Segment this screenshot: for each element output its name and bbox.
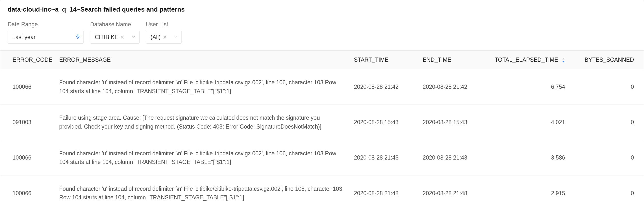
bytes-scanned-cell: 0 <box>570 140 639 175</box>
end-time-cell: 2020-08-28 21:43 <box>418 140 486 175</box>
close-icon[interactable]: ✕ <box>162 35 167 40</box>
col-total-elapsed-time-label: TOTAL_ELAPSED_TIME <box>495 57 558 63</box>
chevron-down-icon <box>132 34 136 41</box>
percentage-scan-cell <box>639 105 644 140</box>
total-elapsed-cell: 2,915 <box>486 175 570 207</box>
user-list-select[interactable]: (All) ✕ <box>146 31 182 44</box>
total-elapsed-cell: 3,586 <box>486 140 570 175</box>
svg-marker-1 <box>562 61 565 62</box>
end-time-cell: 2020-08-28 21:42 <box>418 69 486 105</box>
table-body: 100066Found character 'u' instead of rec… <box>0 69 644 207</box>
bytes-scanned-cell: 0 <box>570 69 639 105</box>
date-range-control <box>8 31 84 44</box>
start-time-cell: 2020-08-28 21:43 <box>349 140 418 175</box>
error-code-cell: 100066 <box>0 175 54 207</box>
filters-row: Date Range Database Name CITIBIKE ✕ <box>0 16 644 50</box>
results-table: ERROR_CODE ERROR_MESSAGE START_TIME END_… <box>0 50 644 207</box>
end-time-cell: 2020-08-28 15:43 <box>418 105 486 140</box>
col-error-message[interactable]: ERROR_MESSAGE <box>54 51 349 69</box>
bytes-scanned-cell: 0 <box>570 175 639 207</box>
filter-date-range-label: Date Range <box>8 21 84 28</box>
bytes-scanned-cell: 0 <box>570 105 639 140</box>
start-time-cell: 2020-08-28 21:42 <box>349 69 418 105</box>
sort-descending-icon <box>562 58 565 62</box>
user-list-chip: (All) ✕ <box>150 34 168 41</box>
error-code-cell: 100066 <box>0 140 54 175</box>
filter-user-list: User List (All) ✕ <box>146 21 182 44</box>
chevron-down-icon <box>174 34 178 41</box>
database-name-select[interactable]: CITIBIKE ✕ <box>90 31 140 44</box>
percentage-scan-cell <box>639 69 644 105</box>
user-list-chip-text: (All) <box>150 34 161 41</box>
error-message-cell: Failure using stage area. Cause: [The re… <box>54 105 349 140</box>
col-percentage-scan[interactable]: PERCENTAGE_SCAN <box>639 51 644 69</box>
table-row[interactable]: 100066Found character 'u' instead of rec… <box>0 175 644 207</box>
svg-marker-0 <box>562 58 565 60</box>
lightning-icon <box>75 34 80 41</box>
database-name-chip: CITIBIKE ✕ <box>94 34 126 41</box>
close-icon[interactable]: ✕ <box>120 35 124 40</box>
date-range-refresh-button[interactable] <box>72 31 84 43</box>
percentage-scan-cell <box>639 140 644 175</box>
end-time-cell: 2020-08-28 21:48 <box>418 175 486 207</box>
table-row[interactable]: 091003Failure using stage area. Cause: [… <box>0 105 644 140</box>
filter-database-name-label: Database Name <box>90 21 140 28</box>
total-elapsed-cell: 4,021 <box>486 105 570 140</box>
error-code-cell: 091003 <box>0 105 54 140</box>
filter-date-range: Date Range <box>8 21 84 44</box>
header: data-cloud-inc~a_q_14~Search failed quer… <box>0 0 644 16</box>
error-message-cell: Found character 'u' instead of record de… <box>54 140 349 175</box>
col-error-code[interactable]: ERROR_CODE <box>0 51 54 69</box>
error-message-cell: Found character 'u' instead of record de… <box>54 69 349 105</box>
table-row[interactable]: 100066Found character 'u' instead of rec… <box>0 140 644 175</box>
error-message-cell: Found character 'u' instead of record de… <box>54 175 349 207</box>
col-total-elapsed-time[interactable]: TOTAL_ELAPSED_TIME <box>486 51 570 69</box>
percentage-scan-cell <box>639 175 644 207</box>
filter-user-list-label: User List <box>146 21 182 28</box>
table-row[interactable]: 100066Found character 'u' instead of rec… <box>0 69 644 105</box>
error-code-cell: 100066 <box>0 69 54 105</box>
date-range-input[interactable] <box>8 31 72 43</box>
page-container: data-cloud-inc~a_q_14~Search failed quer… <box>0 0 644 207</box>
results-table-wrap: ERROR_CODE ERROR_MESSAGE START_TIME END_… <box>0 50 644 207</box>
col-bytes-scanned[interactable]: BYTES_SCANNED <box>570 51 639 69</box>
filter-database-name: Database Name CITIBIKE ✕ <box>90 21 140 44</box>
start-time-cell: 2020-08-28 21:48 <box>349 175 418 207</box>
col-end-time[interactable]: END_TIME <box>418 51 486 69</box>
table-header-row: ERROR_CODE ERROR_MESSAGE START_TIME END_… <box>0 51 644 69</box>
page-title: data-cloud-inc~a_q_14~Search failed quer… <box>8 6 636 13</box>
database-name-chip-text: CITIBIKE <box>95 34 118 41</box>
start-time-cell: 2020-08-28 15:43 <box>349 105 418 140</box>
total-elapsed-cell: 6,754 <box>486 69 570 105</box>
col-start-time[interactable]: START_TIME <box>349 51 418 69</box>
